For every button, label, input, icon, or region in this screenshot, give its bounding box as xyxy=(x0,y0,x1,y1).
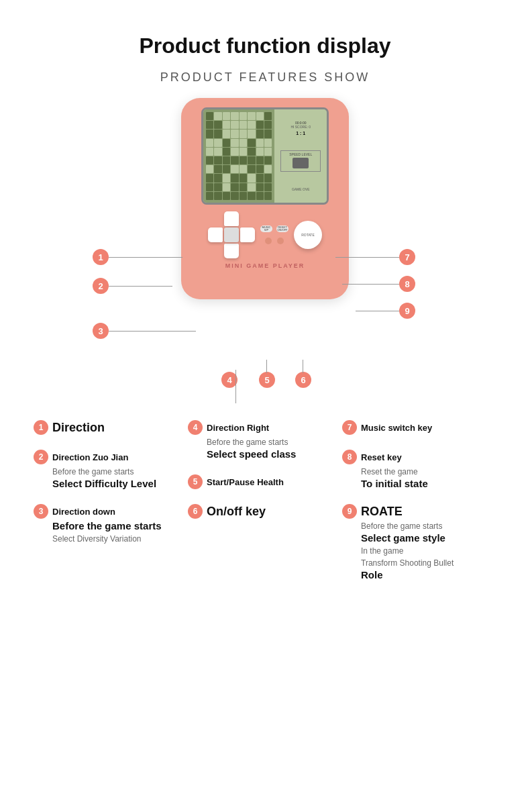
legend-num-7: 7 xyxy=(342,420,357,435)
callout-2: 2 xyxy=(93,278,109,294)
rotate-label: ROTATE xyxy=(301,233,315,237)
page-title: Product function display xyxy=(0,0,530,58)
dpad-up-btn[interactable] xyxy=(224,211,239,226)
line-9 xyxy=(356,311,399,311)
callout-3: 3 xyxy=(93,323,109,339)
legend-detail-9-3: In the game xyxy=(342,546,496,556)
score-display: 00:0:00 HI SCORE: 0 1 : 1 xyxy=(290,121,311,136)
legend-detail-3-1: Before the game starts xyxy=(34,520,174,531)
dpad-center xyxy=(224,227,239,242)
small-btn-row: MUSICS/P RESETON/OFF xyxy=(260,225,288,232)
legend-num-3: 3 xyxy=(34,504,48,519)
legend-item-6: 6 On/off key xyxy=(188,504,329,519)
legend-num-8: 8 xyxy=(342,450,357,464)
legend-title-6: On/off key xyxy=(207,505,266,519)
legend-detail-9-2: Select game style xyxy=(342,532,496,544)
small-dots-row xyxy=(265,238,284,244)
callout-1: 1 xyxy=(93,249,109,265)
legend-num-9: 9 xyxy=(342,504,357,519)
screen-game-area xyxy=(203,109,274,203)
line-2 xyxy=(109,286,172,287)
line-7 xyxy=(335,257,399,258)
legend-col-1: 1 Direction 2 Direction Zuo Jian Before … xyxy=(27,420,181,595)
line-5 xyxy=(266,360,267,373)
dpad xyxy=(208,211,255,258)
callout-7: 7 xyxy=(399,249,415,265)
legend-title-5: Start/Pause Health xyxy=(207,477,284,487)
game-over-text: GAME OVE xyxy=(292,187,310,191)
console-brand: MINI GAME PLAYER xyxy=(225,262,305,269)
legend-detail-4-2: Select speed class xyxy=(188,448,329,460)
legend-title-2: Direction Zuo Jian xyxy=(52,452,128,462)
legend-detail-9-5: Role xyxy=(342,569,496,580)
legend-num-2: 2 xyxy=(34,450,48,464)
reset-btn[interactable]: RESETON/OFF xyxy=(276,225,288,232)
console-screen: 00:0:00 HI SCORE: 0 1 : 1 SPEED LEVEL GA… xyxy=(201,107,329,205)
legend-detail-2-2: Select Difficulty Level xyxy=(34,478,174,489)
legend-num-1: 1 xyxy=(34,420,48,435)
legend-num-6: 6 xyxy=(188,504,203,519)
legend-detail-4-1: Before the game starts xyxy=(188,438,329,447)
device-area: 00:0:00 HI SCORE: 0 1 : 1 SPEED LEVEL GA… xyxy=(0,91,530,407)
line-1 xyxy=(109,257,182,258)
callout-8: 8 xyxy=(399,276,415,292)
legend-detail-8-1: Reset the game xyxy=(342,467,496,476)
legend-title-7: Music switch key xyxy=(361,423,432,433)
legend-item-3: 3 Direction down Before the game starts … xyxy=(34,504,174,544)
legend-title-8: Reset key xyxy=(361,452,402,462)
legend-item-5: 5 Start/Pause Health xyxy=(188,474,329,489)
product-features-label: PRODUCT FEATURES SHOW xyxy=(0,70,530,85)
line-4 xyxy=(235,370,236,403)
legend-item-7: 7 Music switch key xyxy=(342,420,496,435)
legend-col-2: 4 Direction Right Before the game starts… xyxy=(181,420,335,595)
dot-right xyxy=(277,238,284,244)
dpad-right-btn[interactable] xyxy=(240,227,255,242)
line-8 xyxy=(342,284,399,285)
callout-9: 9 xyxy=(399,303,415,319)
legend-item-1: 1 Direction xyxy=(34,420,174,435)
line-3 xyxy=(109,331,196,332)
game-console: 00:0:00 HI SCORE: 0 1 : 1 SPEED LEVEL GA… xyxy=(181,98,349,299)
dot-left xyxy=(265,238,272,244)
action-btn[interactable]: ROTATE xyxy=(294,221,322,249)
dpad-down-btn[interactable] xyxy=(224,244,239,258)
callout-6: 6 xyxy=(295,372,311,388)
legend-detail-8-2: To initial state xyxy=(342,478,496,489)
screen-info-area: 00:0:00 HI SCORE: 0 1 : 1 SPEED LEVEL GA… xyxy=(274,109,327,203)
legend-section: 1 Direction 2 Direction Zuo Jian Before … xyxy=(0,407,530,622)
music-btn-label: MUSICS/P xyxy=(262,226,271,232)
callout-5: 5 xyxy=(259,372,275,388)
legend-num-5: 5 xyxy=(188,474,203,489)
line-6 xyxy=(303,360,303,373)
legend-item-2: 2 Direction Zuo Jian Before the game sta… xyxy=(34,450,174,489)
legend-col-3: 7 Music switch key 8 Reset key Reset the… xyxy=(335,420,503,595)
middle-buttons: MUSICS/P RESETON/OFF xyxy=(260,225,288,244)
console-controls: MUSICS/P RESETON/OFF ROTATE xyxy=(201,211,329,258)
music-btn[interactable]: MUSICS/P xyxy=(260,225,272,232)
legend-num-4: 4 xyxy=(188,420,203,435)
legend-title-1: Direction xyxy=(52,421,105,435)
speed-level-display: SPEED LEVEL xyxy=(280,150,321,172)
legend-detail-2-1: Before the game starts xyxy=(34,467,174,476)
legend-item-4: 4 Direction Right Before the game starts… xyxy=(188,420,329,460)
reset-btn-label: RESETON/OFF xyxy=(277,226,287,232)
legend-title-4: Direction Right xyxy=(207,423,269,433)
legend-title-9: ROATE xyxy=(361,505,403,519)
legend-item-8: 8 Reset key Reset the game To initial st… xyxy=(342,450,496,489)
legend-detail-9-4: Transform Shooting Bullet xyxy=(342,558,496,568)
legend-detail-9-1: Before the game starts xyxy=(342,521,496,531)
legend-title-3: Direction down xyxy=(52,507,115,517)
legend-item-9: 9 ROATE Before the game starts Select ga… xyxy=(342,504,496,580)
dpad-left-btn[interactable] xyxy=(208,227,223,242)
legend-detail-3-2: Select Diversity Variation xyxy=(34,534,174,544)
